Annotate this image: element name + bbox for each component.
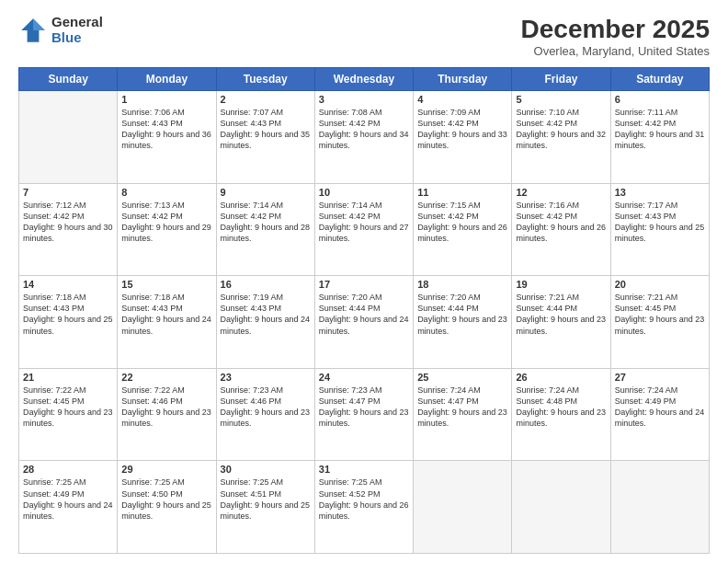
month-title: December 2025: [521, 15, 710, 44]
day-number: 28: [23, 464, 113, 475]
calendar-cell: [610, 461, 709, 554]
day-number: 1: [121, 94, 211, 105]
day-info: Sunrise: 7:23 AMSunset: 4:46 PMDaylight:…: [221, 385, 311, 430]
calendar: SundayMondayTuesdayWednesdayThursdayFrid…: [18, 67, 710, 554]
day-number: 30: [221, 464, 311, 475]
day-number: 13: [615, 187, 705, 198]
day-info: Sunrise: 7:08 AMSunset: 4:42 PMDaylight:…: [319, 107, 409, 152]
day-info: Sunrise: 7:25 AMSunset: 4:49 PMDaylight:…: [23, 477, 113, 522]
calendar-week-row: 28Sunrise: 7:25 AMSunset: 4:49 PMDayligh…: [19, 461, 710, 554]
calendar-cell: 31Sunrise: 7:25 AMSunset: 4:52 PMDayligh…: [314, 461, 413, 554]
day-number: 23: [221, 372, 311, 383]
calendar-cell: 17Sunrise: 7:20 AMSunset: 4:44 PMDayligh…: [314, 276, 413, 369]
calendar-cell: [19, 91, 118, 184]
day-of-week-header: Saturday: [610, 68, 709, 91]
calendar-cell: 2Sunrise: 7:07 AMSunset: 4:43 PMDaylight…: [216, 91, 314, 184]
calendar-week-row: 21Sunrise: 7:22 AMSunset: 4:45 PMDayligh…: [19, 368, 710, 461]
day-number: 14: [23, 279, 113, 290]
day-number: 11: [417, 187, 507, 198]
calendar-cell: 27Sunrise: 7:24 AMSunset: 4:49 PMDayligh…: [610, 368, 709, 461]
day-number: 9: [221, 187, 311, 198]
title-block: December 2025 Overlea, Maryland, United …: [521, 15, 710, 58]
day-info: Sunrise: 7:13 AMSunset: 4:42 PMDaylight:…: [121, 200, 211, 245]
calendar-cell: 6Sunrise: 7:11 AMSunset: 4:42 PMDaylight…: [610, 91, 709, 184]
svg-marker-1: [33, 18, 45, 30]
calendar-cell: 10Sunrise: 7:14 AMSunset: 4:42 PMDayligh…: [314, 183, 413, 276]
calendar-cell: [512, 461, 610, 554]
day-info: Sunrise: 7:22 AMSunset: 4:46 PMDaylight:…: [121, 385, 211, 430]
day-number: 24: [319, 372, 409, 383]
calendar-cell: 23Sunrise: 7:23 AMSunset: 4:46 PMDayligh…: [216, 368, 314, 461]
calendar-header-row: SundayMondayTuesdayWednesdayThursdayFrid…: [19, 68, 710, 91]
calendar-cell: 5Sunrise: 7:10 AMSunset: 4:42 PMDaylight…: [512, 91, 610, 184]
day-number: 15: [121, 279, 211, 290]
day-of-week-header: Friday: [512, 68, 610, 91]
day-of-week-header: Thursday: [414, 68, 512, 91]
calendar-cell: 26Sunrise: 7:24 AMSunset: 4:48 PMDayligh…: [512, 368, 610, 461]
day-info: Sunrise: 7:24 AMSunset: 4:49 PMDaylight:…: [615, 385, 705, 430]
day-info: Sunrise: 7:15 AMSunset: 4:42 PMDaylight:…: [417, 200, 507, 245]
day-info: Sunrise: 7:24 AMSunset: 4:48 PMDaylight:…: [516, 385, 606, 430]
calendar-week-row: 14Sunrise: 7:18 AMSunset: 4:43 PMDayligh…: [19, 276, 710, 369]
calendar-cell: 16Sunrise: 7:19 AMSunset: 4:43 PMDayligh…: [216, 276, 314, 369]
day-info: Sunrise: 7:09 AMSunset: 4:42 PMDaylight:…: [417, 107, 507, 152]
day-number: 27: [615, 372, 705, 383]
day-number: 25: [417, 372, 507, 383]
calendar-week-row: 7Sunrise: 7:12 AMSunset: 4:42 PMDaylight…: [19, 183, 710, 276]
day-number: 10: [319, 187, 409, 198]
day-number: 7: [23, 187, 113, 198]
logo-blue-text: Blue: [51, 30, 103, 46]
day-info: Sunrise: 7:25 AMSunset: 4:50 PMDaylight:…: [121, 477, 211, 522]
calendar-cell: 11Sunrise: 7:15 AMSunset: 4:42 PMDayligh…: [414, 183, 512, 276]
day-info: Sunrise: 7:18 AMSunset: 4:43 PMDaylight:…: [23, 292, 113, 337]
day-info: Sunrise: 7:20 AMSunset: 4:44 PMDaylight:…: [319, 292, 409, 337]
logo-icon: [18, 16, 48, 45]
calendar-cell: 7Sunrise: 7:12 AMSunset: 4:42 PMDaylight…: [19, 183, 118, 276]
logo-text: General Blue: [51, 15, 103, 45]
day-of-week-header: Wednesday: [314, 68, 413, 91]
day-number: 6: [615, 94, 705, 105]
day-info: Sunrise: 7:20 AMSunset: 4:44 PMDaylight:…: [417, 292, 507, 337]
day-info: Sunrise: 7:14 AMSunset: 4:42 PMDaylight:…: [319, 200, 409, 245]
day-info: Sunrise: 7:12 AMSunset: 4:42 PMDaylight:…: [23, 200, 113, 245]
day-info: Sunrise: 7:19 AMSunset: 4:43 PMDaylight:…: [221, 292, 311, 337]
day-info: Sunrise: 7:10 AMSunset: 4:42 PMDaylight:…: [516, 107, 606, 152]
day-info: Sunrise: 7:22 AMSunset: 4:45 PMDaylight:…: [23, 385, 113, 430]
day-number: 5: [516, 94, 606, 105]
day-of-week-header: Sunday: [19, 68, 118, 91]
day-info: Sunrise: 7:14 AMSunset: 4:42 PMDaylight:…: [221, 200, 311, 245]
calendar-cell: 3Sunrise: 7:08 AMSunset: 4:42 PMDaylight…: [314, 91, 413, 184]
day-of-week-header: Monday: [118, 68, 216, 91]
calendar-cell: 25Sunrise: 7:24 AMSunset: 4:47 PMDayligh…: [414, 368, 512, 461]
day-info: Sunrise: 7:06 AMSunset: 4:43 PMDaylight:…: [121, 107, 211, 152]
calendar-cell: 13Sunrise: 7:17 AMSunset: 4:43 PMDayligh…: [610, 183, 709, 276]
day-info: Sunrise: 7:23 AMSunset: 4:47 PMDaylight:…: [319, 385, 409, 430]
calendar-cell: 14Sunrise: 7:18 AMSunset: 4:43 PMDayligh…: [19, 276, 118, 369]
calendar-cell: 1Sunrise: 7:06 AMSunset: 4:43 PMDaylight…: [118, 91, 216, 184]
day-number: 17: [319, 279, 409, 290]
day-info: Sunrise: 7:21 AMSunset: 4:45 PMDaylight:…: [615, 292, 705, 337]
calendar-cell: 28Sunrise: 7:25 AMSunset: 4:49 PMDayligh…: [19, 461, 118, 554]
calendar-cell: 8Sunrise: 7:13 AMSunset: 4:42 PMDaylight…: [118, 183, 216, 276]
calendar-week-row: 1Sunrise: 7:06 AMSunset: 4:43 PMDaylight…: [19, 91, 710, 184]
day-info: Sunrise: 7:07 AMSunset: 4:43 PMDaylight:…: [221, 107, 311, 152]
calendar-cell: 29Sunrise: 7:25 AMSunset: 4:50 PMDayligh…: [118, 461, 216, 554]
day-info: Sunrise: 7:18 AMSunset: 4:43 PMDaylight:…: [121, 292, 211, 337]
calendar-cell: 22Sunrise: 7:22 AMSunset: 4:46 PMDayligh…: [118, 368, 216, 461]
calendar-cell: 20Sunrise: 7:21 AMSunset: 4:45 PMDayligh…: [610, 276, 709, 369]
calendar-cell: 19Sunrise: 7:21 AMSunset: 4:44 PMDayligh…: [512, 276, 610, 369]
calendar-cell: 18Sunrise: 7:20 AMSunset: 4:44 PMDayligh…: [414, 276, 512, 369]
calendar-cell: 12Sunrise: 7:16 AMSunset: 4:42 PMDayligh…: [512, 183, 610, 276]
day-info: Sunrise: 7:24 AMSunset: 4:47 PMDaylight:…: [417, 385, 507, 430]
calendar-cell: 15Sunrise: 7:18 AMSunset: 4:43 PMDayligh…: [118, 276, 216, 369]
day-number: 26: [516, 372, 606, 383]
day-number: 12: [516, 187, 606, 198]
day-number: 8: [121, 187, 211, 198]
day-info: Sunrise: 7:11 AMSunset: 4:42 PMDaylight:…: [615, 107, 705, 152]
calendar-cell: 4Sunrise: 7:09 AMSunset: 4:42 PMDaylight…: [414, 91, 512, 184]
day-info: Sunrise: 7:25 AMSunset: 4:52 PMDaylight:…: [319, 477, 409, 522]
calendar-cell: 9Sunrise: 7:14 AMSunset: 4:42 PMDaylight…: [216, 183, 314, 276]
day-number: 16: [221, 279, 311, 290]
day-info: Sunrise: 7:16 AMSunset: 4:42 PMDaylight:…: [516, 200, 606, 245]
day-number: 3: [319, 94, 409, 105]
